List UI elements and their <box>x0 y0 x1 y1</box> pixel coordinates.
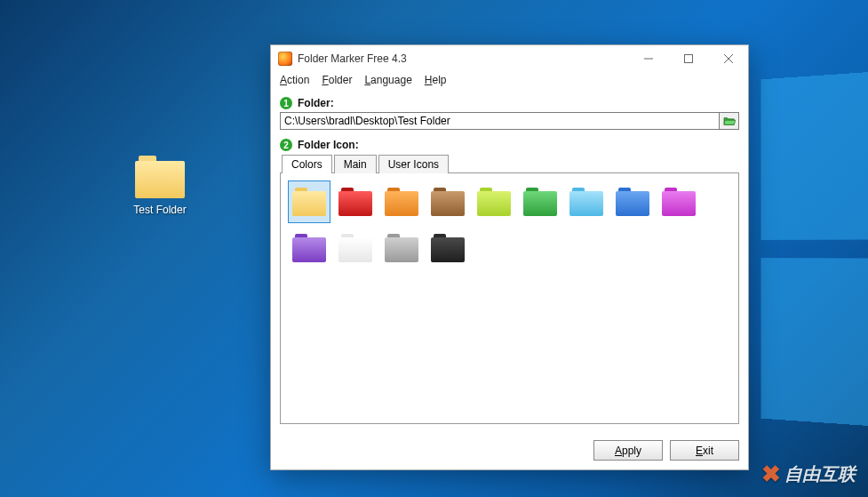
folder-icon <box>135 156 185 198</box>
app-icon <box>278 52 292 66</box>
color-option-yellow[interactable] <box>288 180 330 223</box>
watermark: ✖ 自由互联 <box>761 461 856 488</box>
folder-icon <box>385 234 418 262</box>
folder-icon <box>385 188 418 216</box>
folder-icon <box>523 188 557 216</box>
folder-icon <box>662 188 696 216</box>
desktop-wallpaper: Test Folder ✖ 自由互联 Folder Marker Free 4.… <box>0 0 868 497</box>
window-title: Folder Marker Free 4.3 <box>298 52 628 65</box>
step-1-badge: 1 <box>280 97 292 109</box>
color-option-green[interactable] <box>519 180 561 223</box>
titlebar[interactable]: Folder Marker Free 4.3 <box>271 45 748 72</box>
color-option-black[interactable] <box>426 227 469 269</box>
folder-icon <box>292 234 326 262</box>
open-folder-icon <box>723 116 736 126</box>
svg-rect-0 <box>684 55 692 63</box>
color-option-magenta[interactable] <box>657 180 700 223</box>
color-option-red[interactable] <box>334 180 377 223</box>
folder-icon <box>431 234 465 262</box>
color-option-lightblue[interactable] <box>565 180 608 223</box>
watermark-x-icon: ✖ <box>761 461 781 488</box>
tab-strip: Colors Main User Icons <box>282 155 739 173</box>
folder-icon <box>477 188 511 216</box>
color-option-orange[interactable] <box>380 180 423 223</box>
color-option-lime[interactable] <box>473 180 515 223</box>
desktop-icon-label: Test Folder <box>120 204 200 216</box>
minimize-button[interactable] <box>628 45 668 72</box>
section-folder-label: 1 Folder: <box>280 97 739 109</box>
icon-panel <box>280 172 739 424</box>
menu-action[interactable]: Action <box>280 74 309 86</box>
tab-main[interactable]: Main <box>334 155 377 173</box>
section-icon-label: 2 Folder Icon: <box>280 139 739 151</box>
menu-folder[interactable]: Folder <box>322 74 352 86</box>
folder-path-input[interactable] <box>280 112 720 130</box>
menu-bar: Action Folder Language Help <box>271 72 748 90</box>
folder-icon <box>431 188 465 216</box>
folder-icon <box>292 188 326 216</box>
exit-button[interactable]: Exit <box>670 440 739 461</box>
tab-user-icons[interactable]: User Icons <box>378 155 449 173</box>
folder-icon <box>569 188 603 216</box>
menu-help[interactable]: Help <box>425 74 447 86</box>
folder-icon <box>338 188 372 216</box>
close-button[interactable] <box>708 45 748 72</box>
folder-icon <box>616 188 649 216</box>
apply-button[interactable]: Apply <box>593 440 663 461</box>
color-icon-grid <box>288 180 731 269</box>
app-window: Folder Marker Free 4.3 Action Folder Lan… <box>270 44 749 470</box>
color-option-white[interactable] <box>334 227 377 269</box>
desktop-folder-icon[interactable]: Test Folder <box>120 156 200 216</box>
folder-icon <box>338 234 372 262</box>
color-option-brown[interactable] <box>426 180 469 223</box>
menu-language[interactable]: Language <box>364 74 411 86</box>
step-2-badge: 2 <box>280 139 292 151</box>
tab-colors[interactable]: Colors <box>282 155 332 173</box>
maximize-button[interactable] <box>668 45 708 72</box>
color-option-blue[interactable] <box>611 180 654 223</box>
color-option-purple[interactable] <box>288 227 330 269</box>
color-option-gray[interactable] <box>380 227 423 269</box>
button-row: Apply Exit <box>271 433 748 469</box>
browse-folder-button[interactable] <box>720 112 739 130</box>
